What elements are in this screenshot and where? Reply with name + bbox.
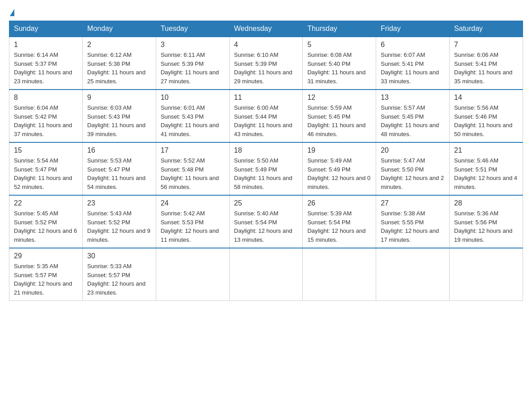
day-number: 2: [87, 41, 151, 49]
day-info: Sunrise: 5:56 AMSunset: 5:46 PMDaylight:…: [454, 103, 518, 138]
calendar-week-row: 29Sunrise: 5:35 AMSunset: 5:57 PMDayligh…: [9, 248, 523, 301]
day-number: 5: [307, 41, 371, 49]
calendar-week-row: 22Sunrise: 5:45 AMSunset: 5:52 PMDayligh…: [9, 195, 523, 248]
day-info: Sunrise: 6:07 AMSunset: 5:41 PMDaylight:…: [381, 51, 445, 86]
day-number: 9: [87, 94, 151, 102]
day-number: 14: [454, 94, 518, 102]
day-number: 7: [454, 41, 518, 49]
calendar-week-row: 8Sunrise: 6:04 AMSunset: 5:42 PMDaylight…: [9, 90, 523, 142]
calendar-cell: 22Sunrise: 5:45 AMSunset: 5:52 PMDayligh…: [9, 195, 83, 248]
day-info: Sunrise: 5:52 AMSunset: 5:48 PMDaylight:…: [161, 156, 225, 191]
calendar-cell: [156, 248, 229, 301]
calendar-cell: 28Sunrise: 5:36 AMSunset: 5:56 PMDayligh…: [450, 195, 523, 248]
day-number: 8: [14, 94, 78, 102]
day-info: Sunrise: 6:14 AMSunset: 5:37 PMDaylight:…: [14, 51, 78, 86]
calendar-cell: 5Sunrise: 6:08 AMSunset: 5:40 PMDaylight…: [303, 37, 376, 90]
day-number: 25: [234, 199, 298, 207]
day-info: Sunrise: 6:08 AMSunset: 5:40 PMDaylight:…: [307, 51, 371, 86]
calendar-week-row: 15Sunrise: 5:54 AMSunset: 5:47 PMDayligh…: [9, 142, 523, 195]
calendar-table: SundayMondayTuesdayWednesdayThursdayFrid…: [9, 21, 523, 301]
day-number: 23: [87, 199, 151, 207]
calendar-cell: 12Sunrise: 5:59 AMSunset: 5:45 PMDayligh…: [303, 90, 376, 142]
day-number: 17: [161, 146, 225, 154]
day-number: 15: [14, 146, 78, 154]
day-number: 27: [381, 199, 445, 207]
day-info: Sunrise: 6:00 AMSunset: 5:44 PMDaylight:…: [234, 103, 298, 138]
day-info: Sunrise: 5:59 AMSunset: 5:45 PMDaylight:…: [307, 103, 371, 138]
weekday-header-tuesday: Tuesday: [156, 21, 229, 37]
calendar-cell: 6Sunrise: 6:07 AMSunset: 5:41 PMDaylight…: [376, 37, 450, 90]
calendar-cell: 26Sunrise: 5:39 AMSunset: 5:54 PMDayligh…: [303, 195, 376, 248]
day-info: Sunrise: 5:47 AMSunset: 5:50 PMDaylight:…: [381, 156, 445, 191]
weekday-header-saturday: Saturday: [450, 21, 523, 37]
day-info: Sunrise: 5:36 AMSunset: 5:56 PMDaylight:…: [454, 209, 518, 244]
calendar-week-row: 1Sunrise: 6:14 AMSunset: 5:37 PMDaylight…: [9, 37, 523, 90]
calendar-cell: 14Sunrise: 5:56 AMSunset: 5:46 PMDayligh…: [450, 90, 523, 142]
weekday-header-row: SundayMondayTuesdayWednesdayThursdayFrid…: [9, 21, 523, 37]
calendar-cell: 16Sunrise: 5:53 AMSunset: 5:47 PMDayligh…: [82, 142, 156, 195]
day-info: Sunrise: 6:01 AMSunset: 5:43 PMDaylight:…: [161, 103, 225, 138]
calendar-cell: 13Sunrise: 5:57 AMSunset: 5:45 PMDayligh…: [376, 90, 450, 142]
day-number: 4: [234, 41, 298, 49]
calendar-cell: 11Sunrise: 6:00 AMSunset: 5:44 PMDayligh…: [229, 90, 303, 142]
day-info: Sunrise: 5:33 AMSunset: 5:57 PMDaylight:…: [87, 262, 151, 297]
weekday-header-friday: Friday: [376, 21, 450, 37]
day-info: Sunrise: 5:57 AMSunset: 5:45 PMDaylight:…: [381, 103, 445, 138]
calendar-cell: 29Sunrise: 5:35 AMSunset: 5:57 PMDayligh…: [9, 248, 83, 301]
day-number: 12: [307, 94, 371, 102]
day-info: Sunrise: 6:10 AMSunset: 5:39 PMDaylight:…: [234, 51, 298, 86]
calendar-cell: 1Sunrise: 6:14 AMSunset: 5:37 PMDaylight…: [9, 37, 83, 90]
day-info: Sunrise: 5:50 AMSunset: 5:49 PMDaylight:…: [234, 156, 298, 191]
weekday-header-sunday: Sunday: [9, 21, 83, 37]
calendar-cell: 17Sunrise: 5:52 AMSunset: 5:48 PMDayligh…: [156, 142, 229, 195]
day-info: Sunrise: 5:53 AMSunset: 5:47 PMDaylight:…: [87, 156, 151, 191]
day-info: Sunrise: 5:43 AMSunset: 5:52 PMDaylight:…: [87, 209, 151, 244]
day-info: Sunrise: 5:45 AMSunset: 5:52 PMDaylight:…: [14, 209, 78, 244]
day-number: 30: [87, 252, 151, 260]
day-number: 21: [454, 146, 518, 154]
day-info: Sunrise: 5:46 AMSunset: 5:51 PMDaylight:…: [454, 156, 518, 191]
calendar-cell: 10Sunrise: 6:01 AMSunset: 5:43 PMDayligh…: [156, 90, 229, 142]
calendar-cell: 8Sunrise: 6:04 AMSunset: 5:42 PMDaylight…: [9, 90, 83, 142]
day-info: Sunrise: 6:11 AMSunset: 5:39 PMDaylight:…: [161, 51, 225, 86]
day-info: Sunrise: 6:12 AMSunset: 5:38 PMDaylight:…: [87, 51, 151, 86]
calendar-cell: 25Sunrise: 5:40 AMSunset: 5:54 PMDayligh…: [229, 195, 303, 248]
logo: [9, 9, 14, 16]
calendar-cell: 9Sunrise: 6:03 AMSunset: 5:43 PMDaylight…: [82, 90, 156, 142]
day-info: Sunrise: 5:38 AMSunset: 5:55 PMDaylight:…: [381, 209, 445, 244]
calendar-cell: 20Sunrise: 5:47 AMSunset: 5:50 PMDayligh…: [376, 142, 450, 195]
calendar-cell: [450, 248, 523, 301]
calendar-cell: 18Sunrise: 5:50 AMSunset: 5:49 PMDayligh…: [229, 142, 303, 195]
calendar-cell: 24Sunrise: 5:42 AMSunset: 5:53 PMDayligh…: [156, 195, 229, 248]
logo-triangle-icon: [10, 9, 14, 16]
day-number: 22: [14, 199, 78, 207]
day-number: 19: [307, 146, 371, 154]
day-info: Sunrise: 5:35 AMSunset: 5:57 PMDaylight:…: [14, 262, 78, 297]
day-number: 11: [234, 94, 298, 102]
day-number: 29: [14, 252, 78, 260]
day-number: 28: [454, 199, 518, 207]
day-number: 24: [161, 199, 225, 207]
day-number: 26: [307, 199, 371, 207]
calendar-cell: 21Sunrise: 5:46 AMSunset: 5:51 PMDayligh…: [450, 142, 523, 195]
calendar-cell: 7Sunrise: 6:06 AMSunset: 5:41 PMDaylight…: [450, 37, 523, 90]
day-number: 10: [161, 94, 225, 102]
day-number: 20: [381, 146, 445, 154]
day-number: 3: [161, 41, 225, 49]
day-number: 13: [381, 94, 445, 102]
day-info: Sunrise: 5:54 AMSunset: 5:47 PMDaylight:…: [14, 156, 78, 191]
weekday-header-monday: Monday: [82, 21, 156, 37]
day-info: Sunrise: 6:03 AMSunset: 5:43 PMDaylight:…: [87, 103, 151, 138]
calendar-cell: 27Sunrise: 5:38 AMSunset: 5:55 PMDayligh…: [376, 195, 450, 248]
weekday-header-wednesday: Wednesday: [229, 21, 303, 37]
day-info: Sunrise: 5:39 AMSunset: 5:54 PMDaylight:…: [307, 209, 371, 244]
calendar-cell: 19Sunrise: 5:49 AMSunset: 5:49 PMDayligh…: [303, 142, 376, 195]
calendar-cell: 15Sunrise: 5:54 AMSunset: 5:47 PMDayligh…: [9, 142, 83, 195]
calendar-cell: 30Sunrise: 5:33 AMSunset: 5:57 PMDayligh…: [82, 248, 156, 301]
calendar-cell: [303, 248, 376, 301]
day-number: 16: [87, 146, 151, 154]
calendar-cell: 23Sunrise: 5:43 AMSunset: 5:52 PMDayligh…: [82, 195, 156, 248]
day-info: Sunrise: 5:40 AMSunset: 5:54 PMDaylight:…: [234, 209, 298, 244]
day-number: 6: [381, 41, 445, 49]
day-number: 1: [14, 41, 78, 49]
